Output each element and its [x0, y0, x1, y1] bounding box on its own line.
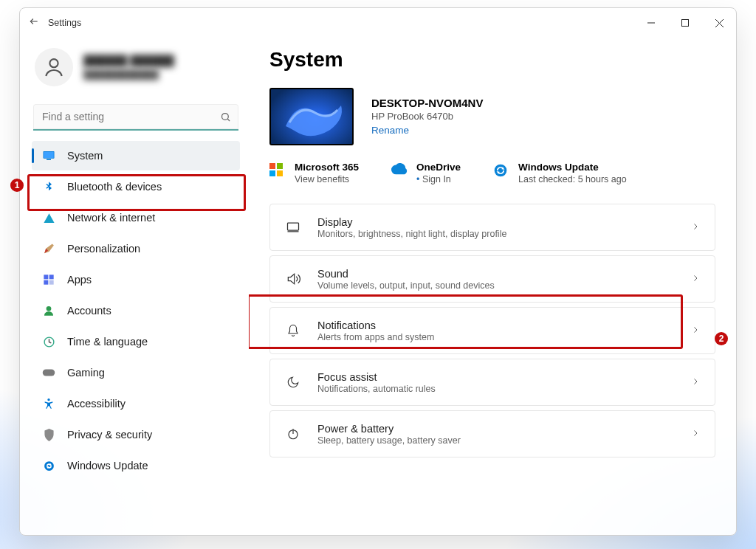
sidebar-item-label: Time & language — [67, 336, 148, 348]
chevron-right-icon — [691, 272, 700, 286]
profile-block[interactable]: ██████ ██████ ████████████ — [35, 48, 240, 86]
status-windows-update[interactable]: Windows Update Last checked: 5 hours ago — [493, 162, 627, 184]
svg-rect-14 — [49, 280, 54, 285]
apps-icon — [42, 273, 55, 286]
card-title: Power & battery — [317, 423, 461, 435]
svg-point-18 — [47, 398, 49, 401]
sidebar: ██████ ██████ ████████████ System Blueto… — [20, 38, 249, 535]
svg-rect-13 — [44, 280, 48, 285]
sidebar-item-apps[interactable]: Apps — [32, 265, 240, 294]
bell-icon — [285, 322, 301, 339]
card-sub: Alerts from apps and system — [317, 332, 434, 342]
svg-rect-11 — [44, 274, 48, 279]
sound-icon — [285, 271, 301, 287]
status-title: Windows Update — [518, 162, 627, 173]
search-box[interactable] — [33, 104, 238, 131]
sidebar-item-label: Gaming — [67, 367, 105, 379]
svg-point-5 — [49, 59, 58, 67]
card-title: Display — [317, 216, 506, 228]
status-title: Microsoft 365 — [295, 162, 359, 173]
search-input[interactable] — [41, 110, 220, 123]
sidebar-item-privacy[interactable]: Privacy & security — [32, 420, 240, 449]
chevron-right-icon — [691, 221, 700, 234]
refresh-icon — [493, 163, 509, 179]
sidebar-item-system[interactable]: System — [32, 141, 240, 170]
sidebar-item-time-language[interactable]: Time & language — [32, 327, 240, 356]
profile-name: ██████ ██████ — [83, 55, 174, 66]
card-title: Sound — [317, 268, 495, 280]
bluetooth-icon — [42, 180, 55, 193]
card-title: Notifications — [317, 320, 434, 331]
update-icon — [42, 459, 55, 472]
sidebar-item-label: Personalization — [67, 243, 140, 255]
accessibility-icon — [42, 397, 55, 410]
status-ms365[interactable]: Microsoft 365 View benefits — [269, 162, 359, 184]
sidebar-nav: System Bluetooth & devices Network & int… — [32, 141, 240, 480]
main-panel: System DESKTOP-NVOM4NV HP ProBook 6470b … — [249, 38, 736, 535]
card-notifications[interactable]: NotificationsAlerts from apps and system — [269, 307, 715, 354]
sidebar-item-bluetooth[interactable]: Bluetooth & devices — [32, 172, 240, 201]
svg-rect-12 — [49, 274, 54, 279]
sidebar-item-label: Apps — [67, 274, 92, 286]
person-icon — [42, 304, 55, 317]
sidebar-item-network[interactable]: Network & internet — [32, 203, 240, 232]
status-sub: View benefits — [295, 174, 359, 184]
sidebar-item-gaming[interactable]: Gaming — [32, 358, 240, 387]
titlebar: Settings — [20, 8, 736, 38]
monitor-icon — [42, 149, 55, 162]
svg-point-19 — [44, 461, 54, 471]
chevron-right-icon — [691, 427, 700, 441]
status-onedrive[interactable]: OneDrive Sign In — [391, 162, 461, 184]
settings-window: Settings ██████ ██████ ████████████ — [19, 7, 737, 536]
device-summary: DESKTOP-NVOM4NV HP ProBook 6470b Rename — [269, 88, 715, 145]
card-sound[interactable]: SoundVolume levels, output, input, sound… — [269, 255, 715, 303]
avatar — [35, 48, 73, 86]
moon-icon — [285, 374, 301, 390]
svg-rect-2 — [682, 20, 689, 27]
card-sub: Monitors, brightness, night light, displ… — [317, 229, 506, 239]
svg-rect-21 — [288, 223, 299, 230]
sidebar-item-accounts[interactable]: Accounts — [32, 296, 240, 325]
paintbrush-icon — [42, 242, 55, 255]
card-display[interactable]: DisplayMonitors, brightness, night light… — [269, 204, 715, 251]
device-name: DESKTOP-NVOM4NV — [371, 97, 483, 109]
sidebar-item-label: Network & internet — [67, 212, 155, 224]
card-title: Focus assist — [317, 371, 436, 383]
sidebar-item-label: Accounts — [67, 305, 111, 317]
window-title: Settings — [48, 18, 81, 28]
card-sub: Sleep, battery usage, battery saver — [317, 435, 461, 446]
onedrive-icon — [391, 163, 408, 179]
card-power-battery[interactable]: Power & batterySleep, battery usage, bat… — [269, 410, 715, 458]
sidebar-item-label: System — [67, 150, 103, 162]
power-icon — [285, 426, 301, 442]
sidebar-item-windows-update[interactable]: Windows Update — [32, 451, 240, 480]
card-focus-assist[interactable]: Focus assistNotifications, automatic rul… — [269, 359, 715, 406]
close-button[interactable] — [702, 8, 736, 38]
status-title: OneDrive — [416, 162, 461, 173]
sidebar-item-personalization[interactable]: Personalization — [32, 234, 240, 263]
status-row: Microsoft 365 View benefits OneDrive Sig… — [269, 162, 715, 184]
wifi-icon — [42, 211, 55, 224]
sidebar-item-label: Bluetooth & devices — [67, 181, 162, 193]
maximize-button[interactable] — [668, 8, 702, 38]
device-rename-link[interactable]: Rename — [371, 125, 409, 136]
svg-line-7 — [227, 119, 230, 121]
back-button[interactable] — [20, 16, 48, 30]
display-icon — [285, 219, 301, 235]
svg-rect-17 — [43, 370, 55, 376]
device-model: HP ProBook 6470b — [371, 111, 483, 122]
svg-point-6 — [222, 113, 229, 120]
card-sub: Notifications, automatic rules — [317, 384, 436, 394]
ms365-icon — [269, 163, 286, 179]
page-title: System — [269, 48, 715, 72]
status-sub[interactable]: Sign In — [416, 174, 461, 184]
sidebar-item-label: Accessibility — [67, 398, 126, 410]
device-thumbnail — [269, 88, 354, 145]
profile-email: ████████████ — [83, 69, 174, 80]
status-sub: Last checked: 5 hours ago — [518, 174, 627, 184]
sidebar-item-accessibility[interactable]: Accessibility — [32, 389, 240, 418]
svg-rect-10 — [47, 159, 51, 161]
card-sub: Volume levels, output, input, sound devi… — [317, 280, 495, 291]
shield-icon — [42, 428, 55, 441]
minimize-button[interactable] — [634, 8, 668, 38]
